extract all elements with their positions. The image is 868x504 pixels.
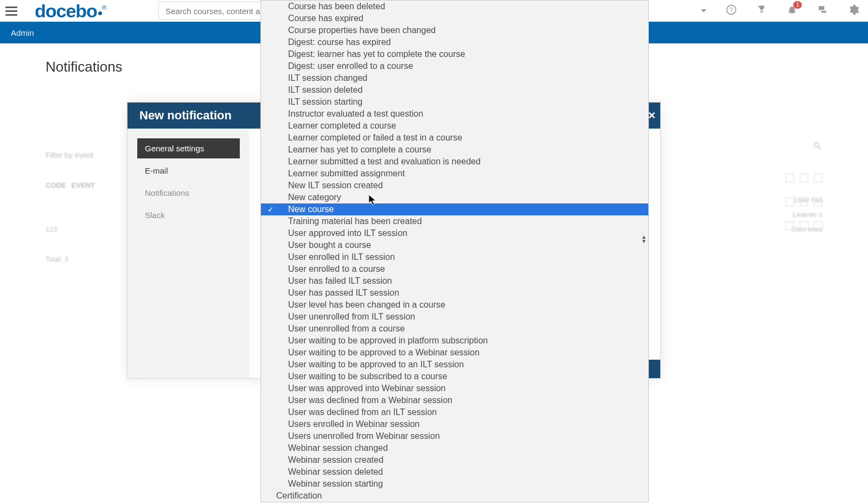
- dropdown-item-label: Course has been deleted: [288, 2, 385, 11]
- trophy-icon[interactable]: [756, 4, 767, 17]
- dropdown-item-label: Learner submitted assignment: [288, 169, 405, 178]
- dropdown-item-label: Webinar session created: [288, 455, 384, 464]
- dropdown-item[interactable]: Learner completed a course: [261, 120, 648, 132]
- dropdown-item[interactable]: User has failed ILT session: [261, 275, 648, 287]
- dropdown-item-label: Digest: course has expired: [288, 37, 391, 47]
- dropdown-item-label: ILT session deleted: [288, 85, 362, 94]
- check-icon: ✓: [267, 204, 274, 215]
- dropdown-item-label: User enrolled in ILT session: [288, 252, 395, 261]
- dropdown-item-label: User was approved into Webinar session: [288, 384, 446, 393]
- dropdown-item[interactable]: ILT session deleted: [261, 84, 648, 96]
- dropdown-item[interactable]: Webinar session deleted: [261, 466, 648, 478]
- dropdown-item[interactable]: User waiting to be approved to an ILT se…: [261, 359, 648, 371]
- dropdown-item-label: New category: [288, 193, 341, 202]
- dropdown-item-label: Digest: learner has yet to complete the …: [288, 49, 465, 59]
- dropdown-item[interactable]: User unenrolled from a course: [261, 323, 648, 335]
- dropdown-item-label: User waiting to be approved to an ILT se…: [288, 360, 464, 369]
- sidebar-item-general[interactable]: General settings: [137, 138, 240, 158]
- dropdown-item-label: Webinar session starting: [288, 479, 383, 488]
- chat-icon[interactable]: [817, 4, 828, 17]
- dropdown-item-label: Learner completed or failed a test in a …: [288, 133, 462, 142]
- dropdown-scroll-arrows-icon[interactable]: ▲▼: [641, 235, 647, 244]
- dropdown-item[interactable]: ILT session starting: [261, 96, 648, 108]
- help-icon[interactable]: ?: [726, 4, 737, 17]
- dropdown-item[interactable]: Learner submitted a test and evaluation …: [261, 156, 648, 168]
- dropdown-item-label: User unenrolled from a course: [288, 324, 405, 333]
- dropdown-item-label: Digest: user enrolled to a course: [288, 61, 413, 71]
- logo[interactable]: docebo ®: [35, 1, 106, 22]
- breadcrumb-label: Admin: [11, 28, 34, 37]
- dropdown-item[interactable]: User level has been changed in a course: [261, 299, 648, 311]
- dropdown-item-label: Learner completed a course: [288, 121, 396, 130]
- dropdown-item[interactable]: Learner submitted assignment: [261, 168, 648, 180]
- dropdown-item-label: Learner has yet to complete a course: [288, 145, 431, 154]
- dropdown-item-label: User unenrolled from ILT session: [288, 312, 415, 321]
- dropdown-item[interactable]: User was approved into Webinar session: [261, 382, 648, 394]
- dropdown-item-label: ILT session starting: [288, 97, 362, 106]
- dropdown-item[interactable]: User waiting to be subscribed to a cours…: [261, 371, 648, 382]
- dropdown-item[interactable]: User waiting to be approved to a Webinar…: [261, 347, 648, 359]
- dropdown-item[interactable]: Users enrolled in Webinar session: [261, 418, 648, 430]
- dropdown-item[interactable]: Course has been deleted: [261, 1, 648, 12]
- dropdown-item[interactable]: Webinar session changed: [261, 442, 648, 454]
- dropdown-item[interactable]: Course has expired: [261, 12, 648, 24]
- dropdown-item[interactable]: User unenrolled from ILT session: [261, 311, 648, 323]
- dropdown-item[interactable]: User approved into ILT session: [261, 227, 648, 239]
- dropdown-item[interactable]: User enrolled in ILT session: [261, 251, 648, 263]
- dropdown-item[interactable]: Learner has yet to complete a course: [261, 144, 648, 156]
- dropdown-item[interactable]: Digest: course has expired: [261, 36, 648, 48]
- hamburger-menu-icon[interactable]: [5, 3, 21, 18]
- dropdown-item-label: Webinar session changed: [288, 443, 388, 452]
- dropdown-item[interactable]: User bought a course: [261, 239, 648, 251]
- sidebar-item-email[interactable]: E-mail: [137, 161, 240, 181]
- dropdown-item-label: New ILT session created: [288, 181, 383, 190]
- bell-icon[interactable]: 1: [787, 4, 797, 17]
- dropdown-item[interactable]: User waiting to be approved in platform …: [261, 335, 648, 347]
- dropdown-item-label: User waiting to be subscribed to a cours…: [288, 372, 447, 381]
- dropdown-item-label: User was declined from an ILT session: [288, 407, 437, 417]
- dropdown-item[interactable]: Learner completed or failed a test in a …: [261, 132, 648, 144]
- user-menu-caret-icon[interactable]: [701, 9, 706, 12]
- dropdown-item[interactable]: ✓New course: [261, 203, 648, 215]
- dropdown-item[interactable]: User has passed ILT session: [261, 287, 648, 299]
- dropdown-item[interactable]: Digest: user enrolled to a course: [261, 60, 648, 72]
- dropdown-item-label: User was declined from a Webinar session: [288, 395, 452, 405]
- dropdown-item-label: User level has been changed in a course: [288, 300, 445, 309]
- dropdown-item[interactable]: New ILT session created: [261, 180, 648, 192]
- dropdown-item-label: User enrolled to a course: [288, 264, 385, 273]
- dropdown-item-label: User approved into ILT session: [288, 228, 407, 238]
- dropdown-item[interactable]: Webinar session created: [261, 454, 648, 466]
- modal-title: New notification: [139, 109, 232, 123]
- dropdown-item[interactable]: User enrolled to a course: [261, 263, 648, 275]
- dropdown-item-label: Course has expired: [288, 14, 363, 23]
- dropdown-item[interactable]: Digest: learner has yet to complete the …: [261, 48, 648, 60]
- dropdown-item-label: User waiting to be approved in platform …: [288, 336, 488, 345]
- dropdown-item[interactable]: Users unenrolled from Webinar session: [261, 430, 648, 442]
- dropdown-item-label: User has passed ILT session: [288, 288, 399, 297]
- dropdown-item-label: Learner submitted a test and evaluation …: [288, 157, 481, 166]
- svg-text:?: ?: [730, 6, 733, 13]
- dropdown-item-label: Course properties have been changed: [288, 25, 436, 35]
- dropdown-item[interactable]: Training material has been created: [261, 215, 648, 227]
- dropdown-item-label: Users enrolled in Webinar session: [288, 419, 419, 429]
- dropdown-item-label: User has failed ILT session: [288, 276, 392, 285]
- sidebar-item-notifications[interactable]: Notifications: [137, 183, 240, 203]
- dropdown-item[interactable]: ILT session changed: [261, 72, 648, 84]
- dropdown-item[interactable]: Webinar session starting: [261, 478, 648, 490]
- modal-sidebar: General settings E-mail Notifications Sl…: [127, 129, 250, 378]
- mouse-cursor-icon: [368, 194, 378, 208]
- top-right-icons: ? 1: [701, 0, 859, 22]
- dropdown-item[interactable]: New category: [261, 192, 648, 203]
- sidebar-item-slack[interactable]: Slack: [137, 205, 240, 225]
- dropdown-group[interactable]: Certification: [261, 490, 648, 502]
- dropdown-item-label: User waiting to be approved to a Webinar…: [288, 348, 480, 357]
- event-dropdown[interactable]: Course has been deletedCourse has expire…: [260, 0, 649, 502]
- dropdown-item[interactable]: User was declined from an ILT session: [261, 406, 648, 418]
- gear-icon[interactable]: [847, 4, 859, 18]
- notif-badge: 1: [793, 1, 802, 9]
- dropdown-item-label: Users unenrolled from Webinar session: [288, 431, 440, 441]
- dropdown-item[interactable]: User was declined from a Webinar session: [261, 394, 648, 406]
- dropdown-item[interactable]: Instructor evaluated a test question: [261, 108, 648, 120]
- dropdown-item-label: Instructor evaluated a test question: [288, 109, 423, 118]
- dropdown-item[interactable]: Course properties have been changed: [261, 24, 648, 36]
